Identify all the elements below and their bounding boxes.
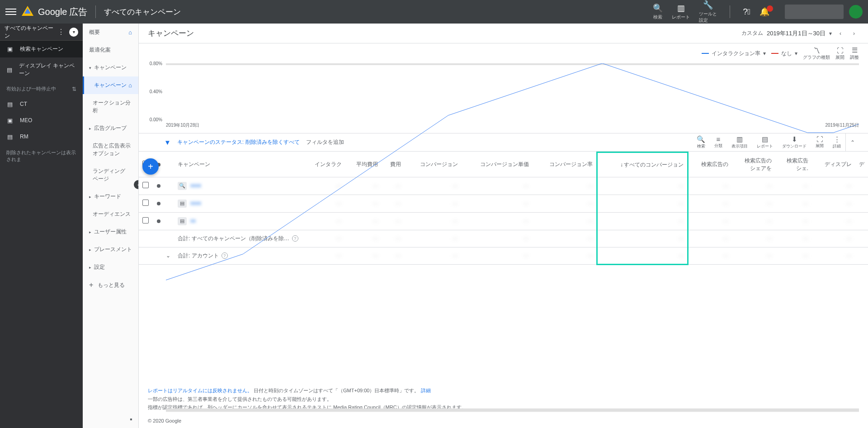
nav-more[interactable]: +もっと見る	[83, 276, 138, 294]
chevron-right-icon: ▸	[89, 230, 91, 234]
sidebar-item-ct[interactable]: ▤CT	[0, 96, 83, 112]
date-range-picker[interactable]: カスタム 2019年11月1日～30日 ▾ ‹ ›	[741, 29, 859, 38]
status-icon	[157, 202, 160, 205]
avatar[interactable]	[849, 5, 863, 19]
add-campaign-fab[interactable]: +	[142, 158, 159, 175]
menu-icon[interactable]	[5, 6, 16, 17]
chart-metric-1-selector[interactable]: インタラクション率▾	[702, 50, 766, 57]
chevron-down-icon: ▾	[829, 30, 832, 37]
page-title: キャンペーン	[148, 28, 194, 38]
search-box-icon: ▣	[6, 117, 14, 124]
nav-ads-ext[interactable]: 広告と広告表示オプション	[83, 137, 138, 162]
collapse-toggle[interactable]: ▾	[69, 28, 78, 37]
chart-expand-button[interactable]: ⛶展開	[835, 47, 844, 61]
account-switcher[interactable]	[785, 5, 844, 19]
notifications-button[interactable]: 🔔	[760, 7, 776, 17]
page-nav: 概要⌂ 最適化案 ▾キャンペーン キャンペーン⌂ オークション分析 ▸広告グルー…	[83, 24, 139, 428]
campaign-name-link[interactable]: xxxx	[190, 182, 201, 189]
chart-type-button[interactable]: 〽グラフの種類	[803, 47, 830, 61]
chevron-right-icon: ▸	[89, 195, 91, 199]
swap-icon[interactable]: ⇅	[72, 86, 76, 92]
chevron-down-icon: ▾	[89, 66, 91, 70]
legend-swatch	[771, 53, 778, 54]
date-prev-button[interactable]: ‹	[835, 29, 845, 38]
nav-optimize[interactable]: 最適化案	[83, 41, 138, 59]
alert-badge	[767, 5, 773, 12]
nav-audience[interactable]: オーディエンス	[83, 205, 138, 223]
chart-metric-2-selector[interactable]: なし▾	[771, 50, 797, 57]
nav-demographics[interactable]: ▸ユーザー属性	[83, 223, 138, 241]
brand-text-ads: 広告	[69, 6, 87, 18]
date-range-value: 2019年11月1日～30日	[767, 29, 826, 38]
more-icon[interactable]: ⋮	[57, 28, 65, 36]
nav-auction[interactable]: オークション分析	[83, 94, 138, 119]
divider	[730, 5, 730, 18]
nav-keywords[interactable]: ▸キーワード	[83, 188, 138, 205]
row-checkbox[interactable]	[142, 217, 149, 224]
sliders-icon: ☰	[852, 46, 858, 54]
row-checkbox[interactable]	[142, 182, 149, 188]
status-icon	[157, 219, 160, 223]
chart-icon: 〽	[813, 47, 820, 54]
nav-adgroups[interactable]: ▸広告グループ	[83, 119, 138, 137]
wrench-icon: 🔧	[703, 0, 713, 10]
sidebar-item-meo[interactable]: ▣MEO	[0, 112, 83, 128]
row-checkbox[interactable]	[142, 200, 149, 206]
chart-area: 0.80% 0.40% 0.00% 2019年10月28日 2019年11月25…	[139, 61, 868, 133]
sidebar-item-rm[interactable]: ▤RM	[0, 128, 83, 145]
google-ads-logo-icon	[22, 6, 33, 18]
expand-icon: ⛶	[837, 47, 844, 54]
nav-settings[interactable]: ▸設定	[83, 258, 138, 276]
brand-text-google: Google	[38, 7, 67, 17]
sidebar-item-label: 検索キャンペーン	[20, 45, 63, 53]
chevron-down-icon: ▾	[763, 50, 766, 57]
header-search-button[interactable]: 🔍検索	[653, 3, 663, 20]
campaign-name-link[interactable]: xxxx	[190, 200, 201, 206]
campaign-name-link[interactable]: xx	[190, 218, 196, 224]
sidebar-section-status: 有効および一時停止中 ⇅	[0, 82, 83, 96]
chart-adjust-button[interactable]: ☰調整	[850, 46, 859, 61]
sidebar-note: 削除されたキャンペーンは表示されま	[0, 145, 83, 167]
nav-landing[interactable]: ランディング ページ	[83, 162, 138, 188]
search-icon: 🔍	[653, 3, 663, 13]
date-mode-label: カスタム	[741, 29, 763, 37]
header-tools-button[interactable]: 🔧ツールと 設定	[699, 0, 717, 24]
report-icon: ▥	[677, 3, 685, 13]
scope-title: すべてのキャンペーン	[5, 24, 57, 40]
chevron-right-icon: ▸	[89, 265, 91, 270]
sidebar-item-search-campaigns[interactable]: ▣ 検索キャンペーン	[0, 41, 83, 57]
content: キャンペーン カスタム 2019年11月1日～30日 ▾ ‹ › インタラクショ…	[139, 24, 868, 428]
legend-swatch	[702, 53, 709, 54]
date-next-button[interactable]: ›	[849, 29, 859, 38]
content-header: キャンペーン カスタム 2019年11月1日～30日 ▾ ‹ ›	[139, 24, 868, 43]
sidebar-item-label: ディスプレイ キャンペーン	[19, 62, 76, 77]
nav-placements[interactable]: ▸プレースメント	[83, 241, 138, 258]
search-box-icon: ▣	[6, 46, 14, 53]
chevron-right-icon: ▸	[89, 247, 91, 252]
sidebar-item-display-campaigns[interactable]: ▤ ディスプレイ キャンペーン	[0, 57, 83, 82]
nav-overview[interactable]: 概要⌂	[83, 24, 138, 41]
chart-controls: インタラクション率▾ なし▾ 〽グラフの種類 ⛶展開 ☰調整	[139, 43, 868, 61]
help-button[interactable]: ?⃝	[743, 7, 750, 17]
display-icon: ▤	[6, 100, 14, 108]
display-icon: ▤	[6, 133, 14, 140]
campaign-scope-sidebar: すべてのキャンペーン ⋮ ▾ ▣ 検索キャンペーン ▤ ディスプレイ キャンペー…	[0, 24, 83, 428]
chevron-right-icon: ▸	[89, 126, 91, 131]
feedback-icon[interactable]: ▪	[130, 415, 132, 423]
help-icon: ?⃝	[743, 7, 750, 17]
bell-icon: 🔔	[760, 7, 776, 17]
divider	[95, 5, 96, 18]
nav-campaigns[interactable]: キャンペーン⌂	[83, 76, 138, 94]
chart-y-axis: 0.80% 0.40% 0.00%	[148, 63, 165, 119]
home-icon: ⌂	[128, 29, 132, 36]
scope-header: すべてのキャンペーン ⋮ ▾	[0, 24, 83, 41]
horizontal-scrollbar[interactable]	[139, 265, 868, 266]
display-icon: ▤	[6, 66, 13, 73]
status-icon	[157, 184, 160, 188]
header-title: すべてのキャンペーン	[104, 7, 181, 17]
plus-icon: +	[89, 281, 93, 289]
chart-x-axis: 2019年10月28日 2019年11月25日	[166, 122, 859, 128]
header-report-button[interactable]: ▥レポート	[672, 3, 690, 20]
nav-campaigns-group[interactable]: ▾キャンペーン	[83, 59, 138, 76]
app-header: Google 広告 すべてのキャンペーン 🔍検索 ▥レポート 🔧ツールと 設定 …	[0, 0, 868, 24]
